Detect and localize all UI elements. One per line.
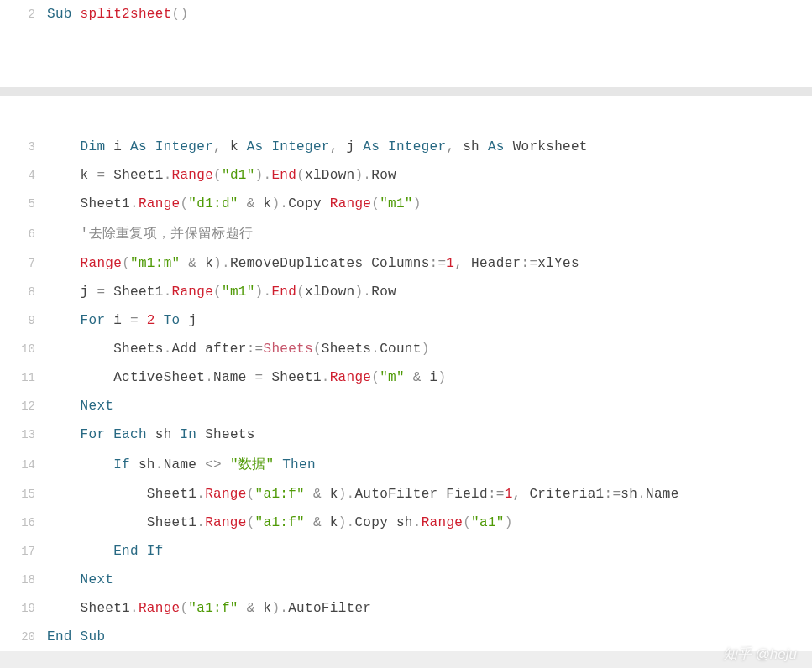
code-content: Sheets.Add after:=Sheets(Sheets.Count) bbox=[47, 342, 812, 357]
code-content: Range("m1:m" & k).RemoveDuplicates Colum… bbox=[47, 256, 812, 271]
code-content: Sheet1.Range("a1:f" & k).AutoFilter bbox=[47, 601, 812, 616]
code-content: Dim i As Integer, k As Integer, j As Int… bbox=[47, 139, 812, 154]
code-line: 11 ActiveSheet.Name = Sheet1.Range("m" &… bbox=[0, 363, 812, 392]
code-content: ActiveSheet.Name = Sheet1.Range("m" & i) bbox=[47, 370, 812, 385]
code-content: j = Sheet1.Range("m1").End(xlDown).Row bbox=[47, 284, 812, 300]
line-number: 14 bbox=[0, 458, 47, 472]
code-content: Sheet1.Range("a1:f" & k).AutoFilter Fiel… bbox=[47, 487, 812, 502]
code-line: 17 End If bbox=[0, 537, 812, 566]
code-content: End Sub bbox=[47, 629, 812, 645]
line-number: 4 bbox=[0, 169, 47, 182]
line-number: 6 bbox=[0, 227, 47, 241]
code-line: 8 j = Sheet1.Range("m1").End(xlDown).Row bbox=[0, 278, 812, 306]
code-line: 12 Next bbox=[0, 392, 812, 420]
code-line: 3 Dim i As Integer, k As Integer, j As I… bbox=[0, 133, 812, 161]
line-number: 3 bbox=[0, 140, 47, 154]
code-content: Sheet1.Range("a1:f" & k).Copy sh.Range("… bbox=[47, 515, 812, 530]
code-content: End If bbox=[47, 544, 812, 559]
line-number: 5 bbox=[0, 197, 47, 211]
blank-space bbox=[0, 29, 812, 79]
code-line: 9 For i = 2 To j bbox=[0, 306, 812, 335]
code-content: k = Sheet1.Range("d1").End(xlDown).Row bbox=[47, 168, 812, 183]
line-number: 9 bbox=[0, 314, 47, 327]
code-line: 15 Sheet1.Range("a1:f" & k).AutoFilter F… bbox=[0, 480, 812, 509]
line-number: 20 bbox=[0, 630, 47, 644]
line-number: 12 bbox=[0, 399, 47, 413]
line-number: 2 bbox=[0, 8, 47, 21]
code-line: 7 Range("m1:m" & k).RemoveDuplicates Col… bbox=[0, 249, 812, 278]
code-line: 13 For Each sh In Sheets bbox=[0, 420, 812, 449]
line-number: 16 bbox=[0, 516, 47, 530]
line-number: 13 bbox=[0, 428, 47, 441]
code-line: 19 Sheet1.Range("a1:f" & k).AutoFilter bbox=[0, 594, 812, 623]
code-line: 5 Sheet1.Range("d1:d" & k).Copy Range("m… bbox=[0, 190, 812, 218]
line-number: 11 bbox=[0, 371, 47, 384]
code-line: 16 Sheet1.Range("a1:f" & k).Copy sh.Rang… bbox=[0, 509, 812, 537]
code-content: Sub split2sheet() bbox=[47, 7, 812, 22]
code-line: 18 Next bbox=[0, 566, 812, 594]
blank-space bbox=[0, 96, 812, 133]
line-number: 17 bbox=[0, 545, 47, 558]
code-line: 4 k = Sheet1.Range("d1").End(xlDown).Row bbox=[0, 161, 812, 190]
code-content: Sheet1.Range("d1:d" & k).Copy Range("m1"… bbox=[47, 196, 812, 211]
line-number: 15 bbox=[0, 488, 47, 501]
code-line: 20End Sub bbox=[0, 623, 812, 651]
line-number: 7 bbox=[0, 257, 47, 270]
code-content: For i = 2 To j bbox=[47, 313, 812, 328]
code-block: 2Sub split2sheet()3 Dim i As Integer, k … bbox=[0, 0, 812, 651]
section-gap bbox=[0, 87, 812, 96]
code-line: 6 '去除重复项，并保留标题行 bbox=[0, 218, 812, 249]
code-content: If sh.Name <> "数据" Then bbox=[47, 456, 812, 473]
line-number: 19 bbox=[0, 602, 47, 615]
code-line: 2Sub split2sheet() bbox=[0, 0, 812, 29]
code-content: For Each sh In Sheets bbox=[47, 427, 812, 442]
code-content: '去除重复项，并保留标题行 bbox=[47, 225, 812, 243]
code-line: 14 If sh.Name <> "数据" Then bbox=[0, 449, 812, 480]
line-number: 18 bbox=[0, 573, 47, 587]
code-content: Next bbox=[47, 399, 812, 414]
line-number: 10 bbox=[0, 342, 47, 356]
code-content: Next bbox=[47, 572, 812, 587]
code-line: 10 Sheets.Add after:=Sheets(Sheets.Count… bbox=[0, 335, 812, 363]
line-number: 8 bbox=[0, 285, 47, 299]
